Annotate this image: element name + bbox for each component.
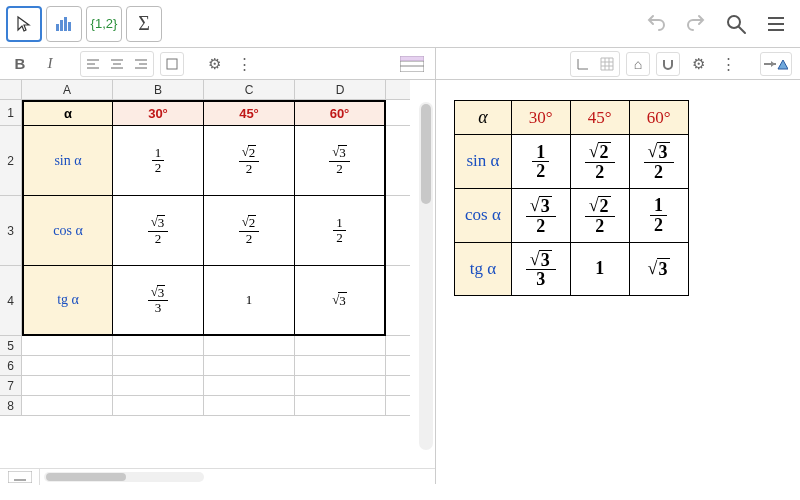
align-center-button[interactable]: [105, 52, 129, 76]
gfx-sin-30: 12: [511, 135, 570, 189]
keyboard-icon[interactable]: [0, 469, 40, 485]
cell-c6[interactable]: [204, 356, 295, 376]
cell-d8[interactable]: [295, 396, 386, 416]
cell-c3[interactable]: 22: [204, 196, 295, 266]
frac-den: 2: [152, 161, 165, 175]
menu-button[interactable]: [758, 6, 794, 42]
cell-b1[interactable]: 30°: [113, 100, 204, 126]
graphics-settings-button[interactable]: ⚙: [686, 52, 710, 76]
cell-c2[interactable]: 22: [204, 126, 295, 196]
cell-b6[interactable]: [113, 356, 204, 376]
grid-button[interactable]: [595, 52, 619, 76]
scrollbar-thumb[interactable]: [421, 104, 431, 204]
cell-b2[interactable]: 12: [113, 126, 204, 196]
search-button[interactable]: [718, 6, 754, 42]
frac-den: 2: [333, 231, 346, 245]
cell-a1[interactable]: α: [22, 100, 113, 126]
graphics-canvas[interactable]: α 30° 45° 60° sin α 12 22 32 cos α 32 22…: [436, 80, 800, 484]
frac-den: 3: [152, 301, 165, 315]
cell-b7[interactable]: [113, 376, 204, 396]
bottom-bar: [0, 468, 435, 484]
cell-c8[interactable]: [204, 396, 295, 416]
cell-gutter-4: [386, 266, 410, 336]
cell-c7[interactable]: [204, 376, 295, 396]
undo-button[interactable]: [638, 6, 674, 42]
align-left-button[interactable]: [81, 52, 105, 76]
more-button[interactable]: ⋮: [232, 52, 256, 76]
cell-a5[interactable]: [22, 336, 113, 356]
cell-d5[interactable]: [295, 336, 386, 356]
cell-b5[interactable]: [113, 336, 204, 356]
gfx-func-cos: cos α: [455, 188, 512, 242]
den: 2: [650, 216, 667, 235]
cell-b4[interactable]: 33: [113, 266, 204, 336]
graphics-more-button[interactable]: ⋮: [716, 52, 740, 76]
column-header-a[interactable]: A: [22, 80, 113, 100]
sigma-tool[interactable]: Σ: [126, 6, 162, 42]
table-style-button[interactable]: [397, 52, 427, 76]
list-tool[interactable]: {1,2}: [86, 6, 122, 42]
row-header-2[interactable]: 2: [0, 126, 22, 196]
cell-a7[interactable]: [22, 376, 113, 396]
cell-d4[interactable]: 3: [295, 266, 386, 336]
row-header-3[interactable]: 3: [0, 196, 22, 266]
cell-d6[interactable]: [295, 356, 386, 376]
cell-b3[interactable]: 32: [113, 196, 204, 266]
frac-num: 1: [152, 146, 165, 161]
border-button[interactable]: [160, 52, 184, 76]
row-header-4[interactable]: 4: [0, 266, 22, 336]
scrollbar-thumb[interactable]: [46, 473, 126, 481]
cell-c4[interactable]: 1: [204, 266, 295, 336]
chart-tool[interactable]: [46, 6, 82, 42]
cell-c1[interactable]: 45°: [204, 100, 295, 126]
gfx-cos-60: 12: [629, 188, 688, 242]
cell-a3[interactable]: cos α: [22, 196, 113, 266]
cell-b8[interactable]: [113, 396, 204, 416]
cell-a6[interactable]: [22, 356, 113, 376]
row-header-5[interactable]: 5: [0, 336, 22, 356]
spreadsheet-grid[interactable]: A B C D 1 α 30° 45° 60° 2 sin α 12 22 32: [0, 80, 435, 468]
den: 2: [650, 163, 667, 182]
redo-button[interactable]: [678, 6, 714, 42]
svg-line-5: [739, 27, 745, 33]
pointer-tool[interactable]: [6, 6, 42, 42]
bold-button[interactable]: B: [8, 52, 32, 76]
main-toolbar: {1,2} Σ: [0, 0, 800, 48]
cell-d1[interactable]: 60°: [295, 100, 386, 126]
italic-button[interactable]: I: [38, 52, 62, 76]
triangle-tool-button[interactable]: [760, 52, 792, 76]
grid-corner[interactable]: [0, 80, 22, 100]
cell-a4[interactable]: tg α: [22, 266, 113, 336]
column-header-b[interactable]: B: [113, 80, 204, 100]
horizontal-scrollbar[interactable]: [44, 472, 204, 482]
cell-c5[interactable]: [204, 336, 295, 356]
gfx-sin-45: 22: [570, 135, 629, 189]
row-header-8[interactable]: 8: [0, 396, 22, 416]
cell-gutter-3: [386, 196, 410, 266]
cell-d3[interactable]: 12: [295, 196, 386, 266]
vertical-scrollbar[interactable]: [419, 102, 433, 450]
home-button[interactable]: ⌂: [626, 52, 650, 76]
align-right-button[interactable]: [129, 52, 153, 76]
row-header-1[interactable]: 1: [0, 100, 22, 126]
num: 1: [650, 196, 667, 216]
cell-gutter-8: [386, 396, 410, 416]
cell-d7[interactable]: [295, 376, 386, 396]
cell-d2[interactable]: 32: [295, 126, 386, 196]
column-header-empty: [386, 80, 410, 100]
graphics-toolbar: ⌂ ⚙ ⋮: [436, 48, 800, 80]
sqrt-val: 2: [248, 145, 257, 160]
num: 1: [532, 143, 549, 163]
row-header-6[interactable]: 6: [0, 356, 22, 376]
column-header-c[interactable]: C: [204, 80, 295, 100]
gfx-tg-60: 3: [629, 242, 688, 296]
cell-a8[interactable]: [22, 396, 113, 416]
column-header-d[interactable]: D: [295, 80, 386, 100]
row-header-7[interactable]: 7: [0, 376, 22, 396]
svg-rect-23: [8, 471, 32, 483]
cell-a2[interactable]: sin α: [22, 126, 113, 196]
settings-button[interactable]: ⚙: [202, 52, 226, 76]
magnet-button[interactable]: [656, 52, 680, 76]
axes-button[interactable]: [571, 52, 595, 76]
sqrt-val: 2: [248, 215, 257, 230]
